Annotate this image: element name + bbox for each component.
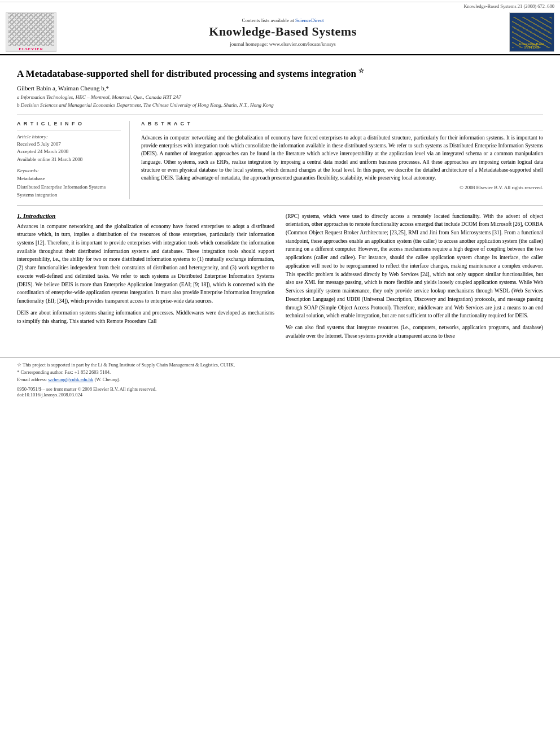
abstract-text: Advances in computer networking and the …	[141, 134, 543, 182]
keywords-label: Keywords:	[17, 168, 121, 173]
email-link[interactable]: wcheung@cuhk.edu.hk	[48, 377, 93, 382]
received-date: Received 5 July 2007	[17, 141, 121, 148]
body-left: 1. Introduction Advances in computer net…	[17, 212, 274, 344]
body-right-para1: (RPC) systems, which were used to direct…	[286, 212, 543, 320]
body-right: (RPC) systems, which were used to direct…	[286, 212, 543, 344]
history-label: Article history:	[17, 134, 121, 139]
doi-line: doi:10.1016/j.knosys.2008.03.024	[17, 392, 543, 397]
sciencedirect-line: Contents lists available at ScienceDirec…	[62, 18, 504, 23]
body-columns: 1. Introduction Advances in computer net…	[17, 212, 543, 344]
footnote-star: ☆ This project is supported in part by t…	[17, 361, 543, 369]
abstract-label: A B S T R A C T	[141, 121, 543, 126]
sciencedirect-link[interactable]: ScienceDirect	[295, 18, 323, 23]
page-footer: ☆ This project is supported in part by t…	[0, 357, 560, 400]
info-abstract-section: A R T I C L E I N F O Article history: R…	[17, 121, 543, 199]
contents-text: Contents lists available at	[242, 18, 294, 23]
section1-heading: 1. Introduction	[17, 212, 274, 219]
keyword-2: Distributed Enterprise Information Syste…	[17, 183, 121, 191]
available-date: Available online 31 March 2008	[17, 156, 121, 164]
citation-text: Knowledge-Based Systems 21 (2008) 672–68…	[463, 3, 554, 9]
affil-a: a Information Technologies, HEC – Montre…	[17, 94, 543, 101]
kb-systems-logo: Knowledge-BasedSYSTEMS	[509, 12, 554, 52]
keyword-1: Metadatabase	[17, 174, 121, 182]
kb-label: Knowledge-BasedSYSTEMS	[519, 42, 544, 49]
title-text: A Metadatabase-supported shell for distr…	[17, 68, 356, 79]
elsevier-logo: ELSEVIER	[6, 12, 56, 52]
footnote-email: E-mail address: wcheung@cuhk.edu.hk (W. …	[17, 376, 543, 383]
elsevier-label: ELSEVIER	[19, 47, 43, 51]
journal-homepage: journal homepage: www.elsevier.com/locat…	[62, 41, 504, 47]
content-area: A Metadatabase-supported shell for distr…	[0, 55, 560, 349]
journal-header: ELSEVIER Contents lists available at Sci…	[0, 9, 560, 55]
thin-divider-1	[17, 130, 121, 130]
article-title: A Metadatabase-supported shell for distr…	[17, 67, 543, 80]
citation-bar: Knowledge-Based Systems 21 (2008) 672–68…	[0, 2, 560, 9]
body-left-para2: DEIS are about information systems shari…	[17, 309, 274, 325]
body-content: 1. Introduction Advances in computer net…	[17, 212, 543, 344]
issn-line: 0950-7051/$ – see front matter © 2008 El…	[17, 386, 543, 392]
authors: Gilbert Babin a, Waiman Cheung b,*	[17, 85, 543, 91]
body-right-para2: We can also find systems that integrate …	[286, 324, 543, 340]
article-info-col: A R T I C L E I N F O Article history: R…	[17, 121, 130, 199]
header-center: Contents lists available at ScienceDirec…	[56, 18, 509, 46]
keyword-3: Systems integration	[17, 191, 121, 199]
divider-2	[17, 205, 543, 206]
thin-divider-2	[141, 130, 543, 130]
copyright: © 2008 Elsevier B.V. All rights reserved…	[141, 185, 543, 190]
email-label: E-mail address:	[17, 377, 48, 382]
page: Knowledge-Based Systems 21 (2008) 672–68…	[0, 2, 560, 747]
accepted-date: Accepted 24 March 2008	[17, 148, 121, 156]
divider-1	[17, 115, 543, 115]
affil-b: b Decision Sciences and Managerial Econo…	[17, 102, 543, 109]
journal-title: Knowledge-Based Systems	[62, 24, 504, 39]
body-left-para1: Advances in computer networking and the …	[17, 222, 274, 305]
page-ids: 0950-7051/$ – see front matter © 2008 El…	[17, 386, 543, 397]
footnote-corr: * Corresponding author. Fax: +1 852 2603…	[17, 369, 543, 376]
star-note: ☆	[358, 67, 364, 74]
article-info-label: A R T I C L E I N F O	[17, 121, 121, 126]
email-author: (W. Cheung).	[94, 377, 120, 382]
abstract-col: A B S T R A C T Advances in computer net…	[141, 121, 543, 199]
